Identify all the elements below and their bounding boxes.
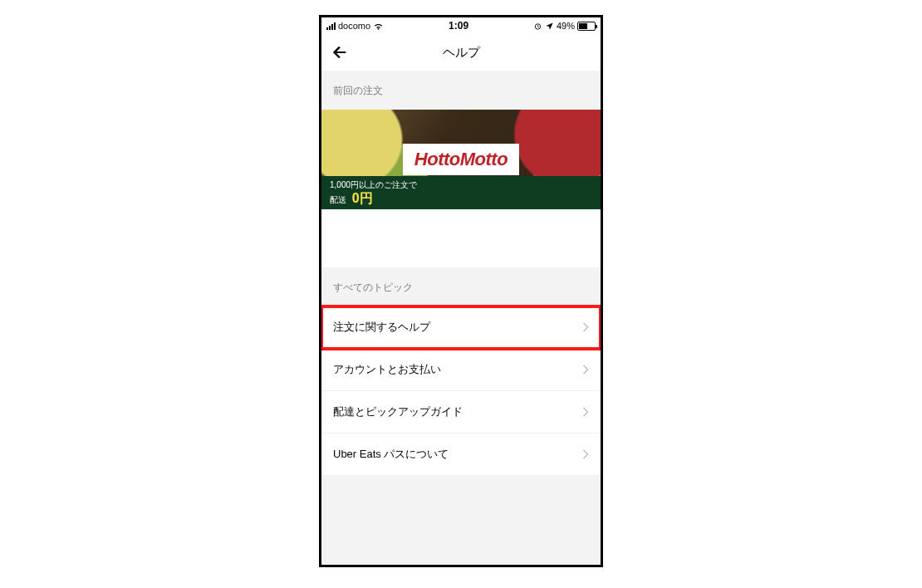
topic-label: Uber Eats パスについて <box>333 447 449 462</box>
chevron-right-icon <box>582 365 589 375</box>
phone-frame: docomo 1:09 49% ヘルプ <box>319 15 603 567</box>
status-left: docomo <box>326 21 384 32</box>
promo-sub-prefix: 配送 <box>330 195 346 204</box>
alarm-icon <box>533 22 542 31</box>
chevron-right-icon <box>582 407 589 417</box>
promo-sub-line1: 1,000円以上のご注文で <box>330 179 592 190</box>
spacer <box>321 209 601 267</box>
clock: 1:09 <box>449 20 468 32</box>
page-title: ヘルプ <box>443 45 480 61</box>
promo-sub-highlight: 0円 <box>352 191 373 205</box>
topic-label: 配達とピックアップガイド <box>333 404 463 419</box>
section-header-last-order: 前回の注文 <box>321 71 601 110</box>
wifi-icon <box>373 21 384 32</box>
topic-list: 注文に関するヘルプ アカウントとお支払い 配達とピックアップガイド Uber E… <box>321 306 601 475</box>
topic-delivery-pickup[interactable]: 配達とピックアップガイド <box>321 391 601 434</box>
nav-header: ヘルプ <box>321 34 601 71</box>
promo-sub-line2: 配送 0円 <box>330 190 592 208</box>
carrier-label: docomo <box>338 21 370 31</box>
chevron-right-icon <box>582 322 589 332</box>
battery-pct: 49% <box>557 21 575 31</box>
topic-label: アカウントとお支払い <box>333 362 441 377</box>
status-bar: docomo 1:09 49% <box>321 17 601 34</box>
status-right: 49% <box>533 21 596 31</box>
arrow-left-icon <box>331 43 349 61</box>
promo-banner[interactable]: HottoMotto 1,000円以上のご注文で 配送 0円 <box>321 110 601 209</box>
section-header-all-topics: すべてのトピック <box>321 267 601 306</box>
topic-uber-eats-pass[interactable]: Uber Eats パスについて <box>321 434 601 475</box>
promo-brand-logo: HottoMotto <box>403 144 519 175</box>
topic-order-help[interactable]: 注文に関するヘルプ <box>321 306 601 349</box>
signal-icon <box>326 22 336 30</box>
location-icon <box>545 22 554 31</box>
battery-icon <box>577 22 596 31</box>
topic-account-payment[interactable]: アカウントとお支払い <box>321 349 601 391</box>
back-button[interactable] <box>330 42 350 62</box>
topic-label: 注文に関するヘルプ <box>333 320 430 335</box>
bottom-spacer <box>321 475 601 565</box>
chevron-right-icon <box>582 449 589 459</box>
promo-subtext: 1,000円以上のご注文で 配送 0円 <box>321 176 601 209</box>
